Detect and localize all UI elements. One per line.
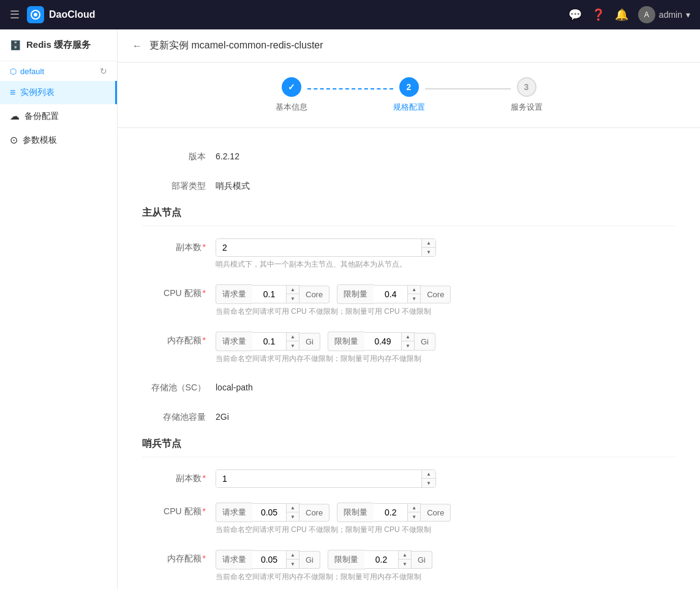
sentinel-cpu-limit-unit: Core	[421, 504, 451, 522]
step-2-circle: 2	[399, 77, 419, 97]
master-cpu-req-down[interactable]: ▼	[287, 294, 299, 303]
sentinel-cpu-label: CPU 配额*	[142, 503, 216, 517]
user-menu[interactable]: A admin ▾	[638, 6, 690, 23]
sidebar-item-backup[interactable]: ☁ 备份配置	[0, 104, 117, 128]
sentinel-mem-limit-down[interactable]: ▼	[399, 560, 411, 568]
master-replica-hint: 哨兵模式下，其中一个副本为主节点、其他副本为从节点。	[216, 259, 436, 270]
sidebar-namespace: ⬡ default ↻	[0, 61, 117, 81]
back-button[interactable]: ←	[132, 40, 142, 51]
master-mem-limit-down[interactable]: ▼	[402, 341, 414, 350]
sentinel-mem-limit-input[interactable]	[364, 551, 398, 568]
step-1-circle: ✓	[282, 77, 301, 97]
sentinel-mem-limit-unit: Gi	[412, 551, 432, 569]
sentinel-mem-req-label: 请求量	[216, 550, 252, 569]
master-mem-req-down[interactable]: ▼	[287, 341, 299, 350]
version-label: 版本	[142, 148, 216, 162]
master-mem-limit-unit: Gi	[415, 333, 435, 351]
sidebar-item-params[interactable]: ⊙ 参数模板	[0, 128, 117, 152]
master-section: 主从节点 副本数* ▲ ▼ 哨兵模式下，其	[142, 207, 676, 423]
master-mem-req-input[interactable]	[252, 333, 286, 350]
master-mem-req-up[interactable]: ▲	[287, 333, 299, 341]
main-content: ← 更新实例 mcamel-common-redis-cluster ✓ 基本信…	[118, 29, 700, 589]
sentinel-mem-req-unit: Gi	[299, 551, 320, 569]
master-replica-field: 副本数* ▲ ▼ 哨兵模式下，其中一个副本为主节点、其他副本为从节点。	[142, 238, 676, 270]
master-replica-up[interactable]: ▲	[422, 239, 435, 248]
namespace-label[interactable]: ⬡ default	[10, 67, 44, 76]
master-mem-field: 内存配额* 请求量 ▲ ▼	[142, 332, 676, 364]
master-mem-label: 内存配额*	[142, 332, 216, 346]
master-replica-spinner: ▲ ▼	[421, 239, 435, 256]
steps-container: ✓ 基本信息 2 规格配置 3 服务设置	[118, 63, 700, 128]
refresh-icon[interactable]: ↻	[100, 66, 107, 76]
storage-capacity-field: 存储池容量 2Gi	[142, 408, 676, 423]
sentinel-mem-limit-up[interactable]: ▲	[399, 551, 411, 560]
master-mem-req-group: 请求量 ▲ ▼ Gi	[216, 332, 320, 351]
chat-icon[interactable]: 💬	[568, 8, 582, 21]
sentinel-cpu-req-unit: Core	[299, 504, 329, 522]
list-icon: ≡	[10, 87, 15, 98]
sentinel-cpu-limit-up[interactable]: ▲	[408, 504, 420, 512]
sentinel-section: 哨兵节点 副本数* ▲ ▼	[142, 438, 676, 582]
master-cpu-limit-group: 限制量 ▲ ▼ Core	[337, 284, 451, 304]
redis-icon: 🗄️	[10, 40, 21, 51]
step-3-label: 服务设置	[511, 102, 543, 113]
deploy-type-label: 部署类型	[142, 177, 216, 192]
sentinel-mem-req-up[interactable]: ▲	[287, 551, 299, 560]
sentinel-cpu-limit-label: 限制量	[337, 503, 374, 522]
master-cpu-limit-down[interactable]: ▼	[408, 294, 420, 303]
master-cpu-limit-input[interactable]	[374, 286, 407, 303]
sentinel-replica-field: 副本数* ▲ ▼	[142, 469, 676, 488]
master-cpu-limit-up[interactable]: ▲	[408, 286, 420, 294]
sentinel-replica-spinner: ▲ ▼	[421, 470, 435, 487]
username: admin	[659, 10, 682, 20]
nav-logo-text: DaoCloud	[49, 9, 96, 20]
svg-point-1	[34, 13, 37, 17]
master-mem-limit-input[interactable]	[364, 333, 401, 350]
master-cpu-label: CPU 配额*	[142, 284, 216, 299]
master-replica-input-wrap: ▲ ▼	[216, 238, 436, 257]
master-cpu-req-group: 请求量 ▲ ▼ Core	[216, 284, 329, 304]
sentinel-mem-limit-label: 限制量	[328, 550, 364, 569]
notification-icon[interactable]: 🔔	[615, 8, 628, 21]
menu-icon[interactable]: ☰	[10, 8, 20, 21]
master-replica-input[interactable]	[216, 239, 421, 256]
sentinel-cpu-row: 请求量 ▲ ▼ Core	[216, 503, 451, 522]
step-connector-2	[425, 88, 511, 89]
sidebar-item-instances[interactable]: ≡ 实例列表	[0, 81, 117, 104]
master-mem-limit-up[interactable]: ▲	[402, 333, 414, 341]
sentinel-mem-req-down[interactable]: ▼	[287, 560, 299, 568]
sentinel-cpu-req-input[interactable]	[252, 504, 286, 521]
params-icon: ⊙	[10, 134, 18, 146]
nav-logo: DaoCloud	[27, 6, 96, 23]
sentinel-cpu-req-down[interactable]: ▼	[287, 512, 299, 521]
sidebar-item-label: 参数模板	[23, 135, 57, 146]
sentinel-cpu-req-label: 请求量	[216, 503, 252, 522]
master-cpu-req-label: 请求量	[216, 284, 252, 304]
help-icon[interactable]: ❓	[592, 8, 605, 21]
sentinel-cpu-limit-down[interactable]: ▼	[408, 512, 420, 521]
master-cpu-req-up[interactable]: ▲	[287, 286, 299, 294]
sentinel-cpu-limit-input[interactable]	[374, 504, 407, 521]
master-replica-down[interactable]: ▼	[422, 248, 435, 256]
chevron-down-icon: ▾	[686, 10, 690, 20]
sentinel-mem-field: 内存配额* 请求量 ▲ ▼	[142, 550, 676, 582]
sentinel-replica-up[interactable]: ▲	[422, 470, 435, 479]
sentinel-replica-down[interactable]: ▼	[422, 479, 435, 487]
master-mem-req-unit: Gi	[299, 333, 320, 351]
storage-capacity-label: 存储池容量	[142, 408, 216, 423]
deploy-type-value: 哨兵模式	[216, 177, 250, 192]
sentinel-cpu-req-up[interactable]: ▲	[287, 504, 299, 512]
sentinel-replica-label: 副本数*	[142, 469, 216, 484]
sentinel-replica-input-wrap: ▲ ▼	[216, 469, 436, 488]
sentinel-mem-req-input[interactable]	[252, 551, 286, 568]
master-cpu-req-input[interactable]	[252, 286, 286, 303]
sentinel-mem-limit-group: 限制量 ▲ ▼ Gi	[328, 550, 432, 569]
sentinel-cpu-hint: 当前命名空间请求可用 CPU 不做限制；限制量可用 CPU 不做限制	[216, 525, 451, 535]
master-replica-label: 副本数*	[142, 238, 216, 253]
step-connector-1	[307, 88, 393, 89]
sentinel-replica-input[interactable]	[216, 470, 421, 487]
master-mem-row: 请求量 ▲ ▼ Gi	[216, 332, 435, 351]
version-value: 6.2.12	[216, 148, 239, 161]
master-mem-limit-label: 限制量	[328, 332, 364, 351]
sentinel-mem-req-group: 请求量 ▲ ▼ Gi	[216, 550, 320, 569]
